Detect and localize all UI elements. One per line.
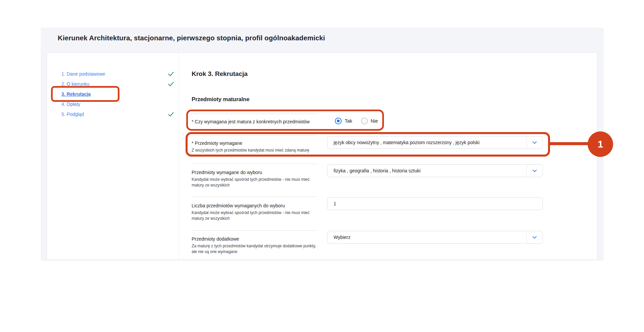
step-link-oplaty[interactable]: 4. Opłaty [61,101,80,107]
annotation-callout-1: 1 [588,131,613,157]
page: Kierunek Architektura, stacjonarne, pier… [0,0,644,332]
select-przedmioty-dodatkowe[interactable]: Wybierz [327,231,543,244]
radio-option-nie[interactable]: Nie [361,118,378,124]
radio-group-matura: Tak Nie [335,118,378,124]
row-przedmioty-do-wyboru: Przedmioty wymagane do wyboru Kandydat m… [192,164,543,197]
field-label: Przedmioty wymagane do wyboru [192,170,262,175]
radio-selected-icon[interactable] [335,118,342,124]
page-title: Kierunek Architektura, stacjonarne, pier… [58,34,325,42]
row-divider [192,197,317,197]
field-label-block: Przedmioty wymagane do wyboru Kandydat m… [192,169,317,188]
field-helper: Z wszystkich tych przedmiotów kandydat m… [192,148,317,153]
step-item-o-kierunku[interactable]: 2. O kierunku [47,79,179,89]
row-divider [192,135,317,136]
step-link-rekrutacja[interactable]: 3. Rekrutacja [61,91,91,97]
radio-label-tak: Tak [345,118,352,124]
select-open-button[interactable] [527,231,542,243]
row-divider [192,114,317,114]
field-helper: Kandydat może wybrać spośród tych przedm… [192,210,317,221]
field-helper: Za maturę z tych przedmiotów kandydat ot… [192,243,317,255]
step-link-dane-podstawowe[interactable]: 1. Dane podstawowe [61,71,105,77]
row-przedmioty-dodatkowe: Przedmioty dodatkowe Za maturę z tych pr… [192,230,543,260]
field-label: Przedmioty dodatkowe [192,236,239,242]
check-icon [167,70,175,78]
radio-label-nie: Nie [371,118,378,124]
select-open-button[interactable] [527,136,542,149]
step-item-oplaty[interactable]: 4. Opłaty [47,99,179,109]
chevron-down-icon [531,233,539,241]
select-przedmioty-do-wyboru[interactable]: fizyka , geografia , historia , historia… [327,164,543,177]
row-divider [192,164,317,164]
annotation-callout-number: 1 [598,139,603,150]
radio-unselected-icon[interactable] [361,118,368,124]
step-list: 1. Dane podstawowe 2. O kierunku 3. Rekr… [47,52,179,119]
step-item-dane-podstawowe[interactable]: 1. Dane podstawowe [47,69,179,79]
annotation-connector-line [549,142,589,145]
select-value: język obcy nowożytny , matematyka poziom… [328,140,527,145]
field-label: Liczba przedmiotów wymaganych do wyboru [192,203,285,208]
row-matura-wymagana: * Czy wymagana jest matura z konkretnych… [192,114,543,135]
check-icon [167,80,175,88]
field-label-block: Przedmioty dodatkowe Za maturę z tych pr… [192,236,317,255]
field-label: * Czy wymagana jest matura z konkretnych… [192,119,317,125]
select-placeholder: Wybierz [328,235,527,240]
select-open-button[interactable] [527,165,542,177]
row-divider [192,230,317,231]
step-sidebar: 1. Dane podstawowe 2. O kierunku 3. Rekr… [47,52,179,260]
step-heading: Krok 3. Rekrutacja [192,70,248,78]
radio-option-tak[interactable]: Tak [335,118,352,124]
step-link-podglad[interactable]: 5. Podgląd [61,112,84,117]
sidebar-divider [179,53,179,259]
chevron-down-icon [531,167,539,175]
field-label: * Przedmioty wymagane [192,140,242,146]
step-item-podglad[interactable]: 5. Podgląd [47,109,179,119]
step-link-o-kierunku[interactable]: 2. O kierunku [61,81,89,87]
step-item-rekrutacja[interactable]: 3. Rekrutacja [47,89,179,99]
field-label-block: * Przedmioty wymagane Z wszystkich tych … [192,140,317,153]
chevron-down-icon [531,138,539,147]
row-liczba-przedmiotow: Liczba przedmiotów wymaganych do wyboru … [192,197,543,230]
row-przedmioty-wymagane: * Przedmioty wymagane Z wszystkich tych … [192,135,543,164]
section-heading: Przedmioty maturalne [192,96,249,102]
check-icon [167,111,175,118]
select-przedmioty-wymagane[interactable]: język obcy nowożytny , matematyka poziom… [327,136,543,149]
liczba-przedmiotow-input[interactable] [327,197,543,210]
select-value: fizyka , geografia , historia , historia… [328,168,527,173]
field-label-block: Liczba przedmiotów wymaganych do wyboru … [192,203,317,221]
field-helper: Kandydat może wybrać spośród tych przedm… [192,177,317,188]
